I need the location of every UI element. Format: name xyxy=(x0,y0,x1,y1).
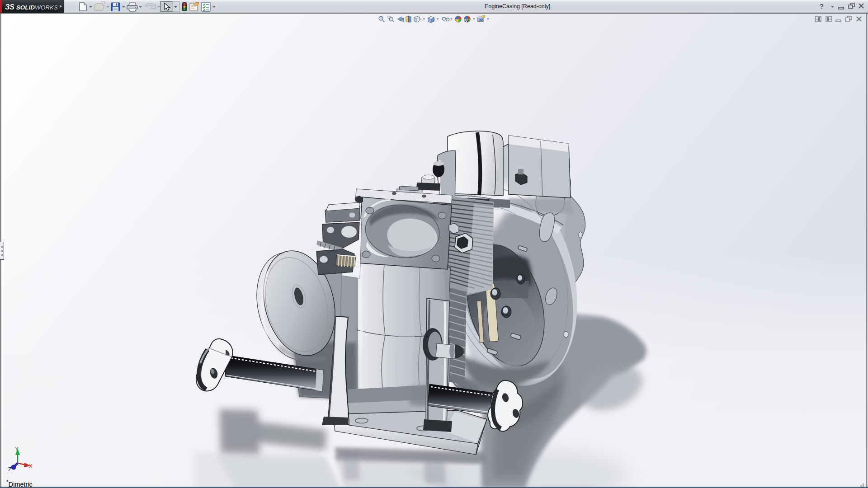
svg-text:X: X xyxy=(29,463,33,469)
svg-text:Y: Y xyxy=(15,446,19,452)
svg-text:Z: Z xyxy=(8,466,11,473)
